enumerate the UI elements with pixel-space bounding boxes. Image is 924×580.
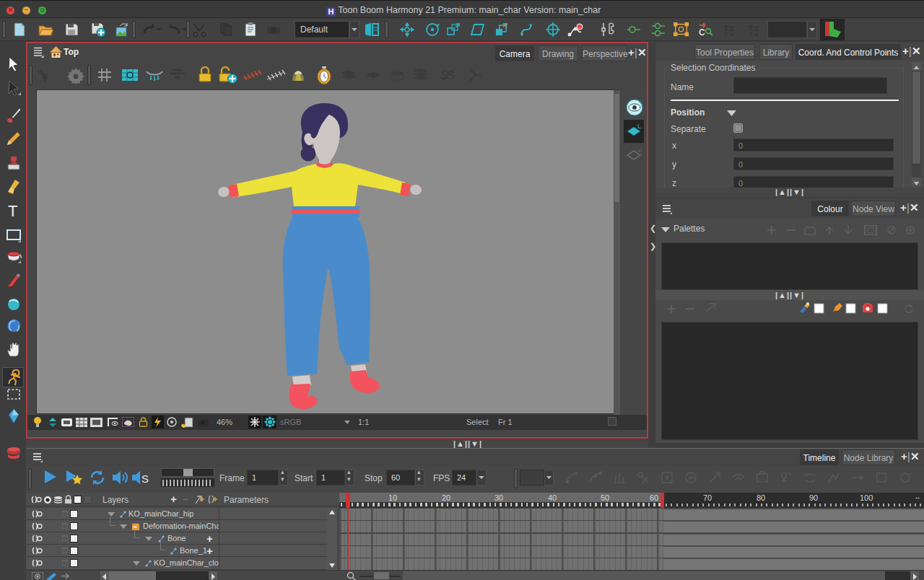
svg-text:S: S [141, 473, 149, 485]
svg-text:C: C [699, 27, 705, 38]
svg-text:c: c [638, 147, 641, 154]
svg-text:L: L [637, 123, 641, 130]
svg-text:T: T [8, 202, 17, 219]
